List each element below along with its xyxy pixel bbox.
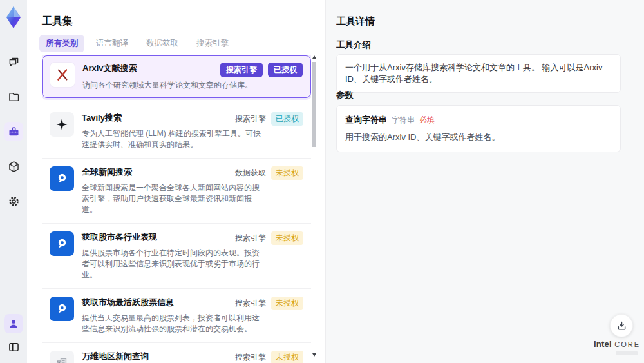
tool-description: 提供当天交易量最高的股票列表，投资者可以利用这些信息来识别流动性强的股票和潜在的… bbox=[82, 313, 263, 335]
sidebar-item-account[interactable] bbox=[4, 314, 23, 333]
tool-icon bbox=[50, 297, 74, 321]
news-logo-icon bbox=[53, 300, 70, 317]
scrollbar-thumb[interactable] bbox=[312, 62, 316, 147]
category-tag: 搜索引擎 bbox=[235, 298, 266, 309]
tool-main: Tavily搜索 搜索引擎 已授权 专为人工智能代理 (LLM) 构建的搜索引擎… bbox=[82, 112, 303, 150]
tool-details-panel: 工具详情 工具介绍 一个用于从Arxiv存储库搜索科学论文和文章的工具。 输入可… bbox=[325, 0, 644, 363]
sidebar-item-settings[interactable] bbox=[4, 191, 23, 211]
toolset-title: 工具集 bbox=[42, 15, 73, 28]
tool-description: 提供股票市场各个行业在特定时间段内的表现。投资者可以利用这些信息来识别表现优于或… bbox=[82, 248, 263, 280]
sidebar-item-chat[interactable] bbox=[4, 52, 23, 72]
status-badge: 已授权 bbox=[271, 112, 303, 126]
param-description: 用于搜索的Arxiv ID、关键字或作者姓名。 bbox=[345, 132, 612, 143]
sidebar-item-files[interactable] bbox=[4, 87, 23, 106]
category-tag: 搜索引擎 bbox=[220, 63, 263, 77]
category-tag: 搜索引擎 bbox=[235, 233, 266, 244]
rail-bottom bbox=[4, 314, 23, 357]
tool-name: 获取股市各行业表现 bbox=[82, 231, 157, 243]
tool-main: Arxiv文献搜索 搜索引擎 已授权 访问各个研究领域大量科学论文和文章的存储库… bbox=[82, 63, 303, 91]
app-window: 工具集 所有类别 语言翻译 数据获取 搜索引擎 Arxiv文献搜索 搜索引擎 已… bbox=[0, 0, 644, 363]
category-tag: 搜索引擎 bbox=[235, 113, 266, 124]
category-tab[interactable]: 语言翻译 bbox=[90, 35, 135, 52]
tool-icon bbox=[50, 351, 74, 363]
tool-description: 专为人工智能代理 (LLM) 构建的搜索引擎工具。可快速提供实时、准确和真实的结… bbox=[82, 128, 263, 150]
folder-icon bbox=[7, 90, 21, 104]
cube-icon bbox=[7, 160, 21, 173]
tool-list: Arxiv文献搜索 搜索引擎 已授权 访问各个研究领域大量科学论文和文章的存储库… bbox=[42, 55, 311, 363]
tool-card[interactable]: Tavily搜索 搜索引擎 已授权 专为人工智能代理 (LLM) 构建的搜索引擎… bbox=[42, 104, 311, 158]
tool-card[interactable]: 获取股市各行业表现 搜索引擎 未授权 提供股票市场各个行业在特定时间段内的表现。… bbox=[42, 223, 311, 288]
params-heading: 参数 bbox=[336, 90, 354, 101]
news-logo-icon bbox=[53, 235, 70, 252]
category-tag: 数据获取 bbox=[235, 168, 266, 179]
tool-name: Arxiv文献搜索 bbox=[82, 63, 137, 74]
news-logo-icon bbox=[53, 170, 70, 187]
intro-box: 一个用于从Arxiv存储库搜索科学论文和文章的工具。 输入可以是Arxiv ID… bbox=[336, 54, 621, 93]
category-tabs: 所有类别 语言翻译 数据获取 搜索引擎 bbox=[39, 35, 235, 52]
list-scrollbar[interactable] bbox=[312, 55, 317, 357]
param-required-badge: 必填 bbox=[419, 115, 435, 126]
intel-core-logo: intel CORE bbox=[594, 338, 638, 355]
arxiv-logo-icon bbox=[55, 67, 70, 83]
status-badge: 未授权 bbox=[271, 297, 303, 310]
tool-icon bbox=[50, 63, 75, 87]
tool-main: 全球新闻搜索 数据获取 未授权 全球新闻搜索是一个聚合全球各大新闻网站内容的搜索… bbox=[82, 166, 303, 215]
tool-card[interactable]: 获取市场最活跃股票信息 搜索引擎 未授权 提供当天交易量最高的股票列表，投资者可… bbox=[42, 288, 311, 342]
tool-name: 万维地区新闻查询 bbox=[82, 351, 149, 362]
tool-main: 万维地区新闻查询 搜索引擎 未授权 查询具体行政区划内的新闻，快速了解各地新闻动 bbox=[82, 351, 303, 363]
details-title: 工具详情 bbox=[336, 15, 375, 28]
param-box: 查询字符串 字符串 必填 用于搜索的Arxiv ID、关键字或作者姓名。 bbox=[336, 105, 621, 152]
intel-brand-text: intel bbox=[594, 339, 612, 349]
tool-name: Tavily搜索 bbox=[82, 112, 122, 124]
sidebar-item-toggle-panel[interactable] bbox=[4, 337, 23, 357]
tool-icon bbox=[50, 112, 74, 137]
category-tab[interactable]: 所有类别 bbox=[39, 35, 84, 52]
tool-name: 获取市场最活跃股票信息 bbox=[82, 297, 174, 308]
category-tag: 搜索引擎 bbox=[235, 352, 266, 363]
tool-card[interactable]: 万维地区新闻查询 搜索引擎 未授权 查询具体行政区划内的新闻，快速了解各地新闻动 bbox=[42, 342, 311, 363]
scroll-down-arrow-icon[interactable] bbox=[312, 353, 316, 357]
intel-ultra-badge bbox=[616, 351, 638, 355]
sidebar-item-models[interactable] bbox=[4, 157, 23, 176]
scroll-up-arrow-icon[interactable] bbox=[312, 55, 316, 59]
tool-main: 获取市场最活跃股票信息 搜索引擎 未授权 提供当天交易量最高的股票列表，投资者可… bbox=[82, 297, 303, 335]
toolset-panel: 工具集 所有类别 语言翻译 数据获取 搜索引擎 Arxiv文献搜索 搜索引擎 已… bbox=[27, 0, 325, 363]
core-brand-text: CORE bbox=[614, 340, 640, 348]
status-badge: 未授权 bbox=[271, 166, 303, 180]
status-badge: 未授权 bbox=[271, 231, 303, 245]
param-type: 字符串 bbox=[392, 115, 415, 126]
user-icon bbox=[7, 317, 20, 330]
sidebar-item-toolbox[interactable] bbox=[4, 122, 23, 141]
app-logo-icon[interactable] bbox=[3, 6, 24, 29]
tool-description: 全球新闻搜索是一个聚合全球各大新闻网站内容的搜索引擎，帮助用户快速获取全球最新资… bbox=[82, 182, 263, 215]
category-tab[interactable]: 数据获取 bbox=[140, 35, 185, 52]
building-icon bbox=[54, 355, 70, 363]
rail-nav bbox=[4, 52, 23, 211]
tool-main: 获取股市各行业表现 搜索引擎 未授权 提供股票市场各个行业在特定时间段内的表现。… bbox=[82, 231, 303, 280]
panel-icon bbox=[7, 340, 21, 354]
status-badge: 已授权 bbox=[268, 63, 303, 77]
download-icon bbox=[616, 320, 628, 332]
param-name: 查询字符串 bbox=[345, 114, 387, 126]
gear-icon bbox=[7, 195, 21, 208]
intro-text: 一个用于从Arxiv存储库搜索科学论文和文章的工具。 输入可以是Arxiv ID… bbox=[345, 63, 602, 84]
toolbox-icon bbox=[7, 125, 21, 139]
tavily-star-icon bbox=[54, 117, 70, 132]
tool-icon bbox=[50, 231, 74, 256]
intro-heading: 工具介绍 bbox=[336, 39, 371, 51]
tool-card[interactable]: 全球新闻搜索 数据获取 未授权 全球新闻搜索是一个聚合全球各大新闻网站内容的搜索… bbox=[42, 158, 311, 223]
category-tab[interactable]: 搜索引擎 bbox=[190, 35, 235, 52]
chat-icon bbox=[7, 55, 21, 69]
tool-icon bbox=[50, 166, 74, 191]
left-rail bbox=[0, 0, 27, 363]
status-badge: 未授权 bbox=[271, 351, 303, 363]
tool-name: 全球新闻搜索 bbox=[82, 166, 132, 178]
tool-description: 访问各个研究领域大量科学论文和文章的存储库。 bbox=[82, 80, 264, 91]
download-button[interactable] bbox=[610, 314, 633, 337]
tool-card[interactable]: Arxiv文献搜索 搜索引擎 已授权 访问各个研究领域大量科学论文和文章的存储库… bbox=[42, 55, 311, 98]
